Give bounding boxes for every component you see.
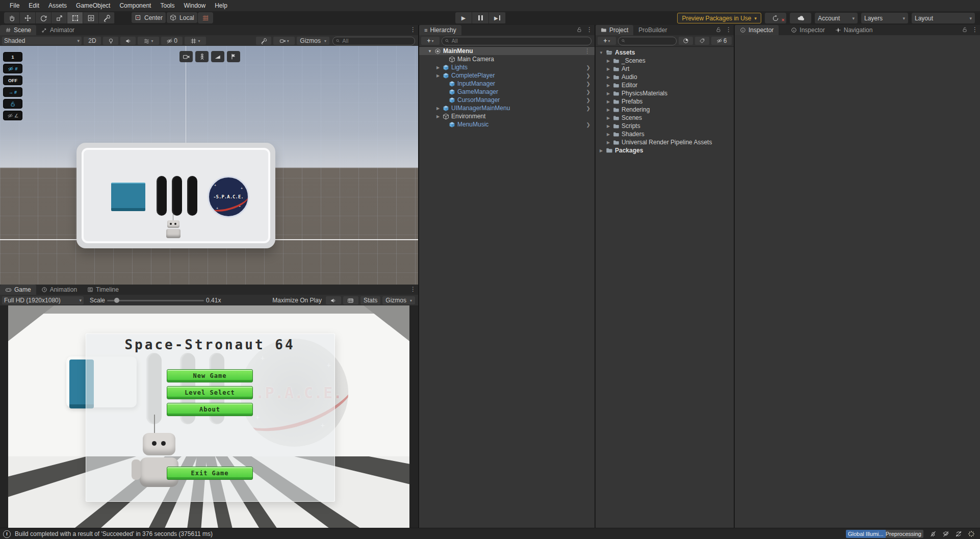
step-button[interactable]: ▶: [489, 12, 506, 23]
inspector-lock-icon[interactable]: [962, 27, 968, 33]
expander-icon[interactable]: ▶: [606, 75, 611, 80]
expander-icon[interactable]: ▶: [606, 124, 611, 129]
project-folder-row[interactable]: ▶ Prefabs: [596, 97, 734, 106]
progrids-visibility-button[interactable]: #: [3, 64, 22, 73]
cloud-icon[interactable]: [790, 13, 811, 23]
project-lock-icon[interactable]: [715, 27, 721, 33]
expander-icon[interactable]: ▶: [606, 140, 611, 145]
rect-tool-button[interactable]: [67, 12, 83, 23]
tab-navigation[interactable]: Navigation: [830, 25, 878, 35]
menu-component[interactable]: Component: [115, 2, 156, 9]
expander-icon[interactable]: ▶: [606, 116, 611, 120]
expander-icon[interactable]: ▶: [606, 59, 611, 63]
menu-file[interactable]: File: [5, 2, 24, 9]
menu-window[interactable]: Window: [179, 2, 210, 9]
pause-button[interactable]: [472, 12, 489, 23]
expander-icon[interactable]: ▶: [606, 67, 611, 71]
hierarchy-row[interactable]: ▶ UIManagerMainMenu ❯: [419, 104, 595, 112]
hand-tool-button[interactable]: [4, 12, 20, 23]
project-folder-row[interactable]: ▶ Shaders: [596, 130, 734, 138]
preview-packages-button[interactable]: Preview Packages in Use▾: [677, 13, 761, 23]
hidden-packages-toggle[interactable]: 6: [711, 37, 732, 45]
expander-icon[interactable]: ▶: [606, 108, 611, 112]
expander-icon[interactable]: ▶: [435, 73, 441, 78]
search-by-label-icon[interactable]: [695, 37, 709, 45]
new-game-button[interactable]: New Game: [167, 369, 253, 382]
project-folder-row[interactable]: ▶ Scripts: [596, 122, 734, 130]
hierarchy-row[interactable]: GameManager ❯: [419, 88, 595, 96]
board-screen-object[interactable]: [111, 183, 145, 211]
board-pill-object[interactable]: [157, 176, 167, 216]
scene-tools-icon[interactable]: [256, 37, 271, 45]
menu-assets[interactable]: Assets: [44, 2, 71, 9]
project-folder-row[interactable]: ▶ Scenes: [596, 114, 734, 122]
expander-icon[interactable]: ▶: [606, 91, 611, 96]
hierarchy-row[interactable]: CursorManager ❯: [419, 96, 595, 104]
scene-effects-dropdown[interactable]: ▾: [138, 37, 159, 45]
scene-audio-toggle[interactable]: [120, 37, 136, 45]
inspector-menu-icon[interactable]: ⋮: [972, 27, 978, 33]
robot-object[interactable]: [164, 217, 183, 240]
scene-viewport[interactable]: + + + + -S.P.A.C.E. 1: [0, 46, 418, 285]
scale-tool-button[interactable]: [51, 12, 67, 23]
hierarchy-search[interactable]: [442, 37, 591, 45]
project-search[interactable]: [618, 37, 677, 45]
activity-spinner-icon[interactable]: [966, 529, 977, 538]
hierarchy-menu-icon[interactable]: ⋮: [586, 27, 592, 33]
project-folder-row[interactable]: ▶ Audio: [596, 73, 734, 81]
prefab-open-chevron[interactable]: ❯: [586, 106, 590, 111]
board-pill-object[interactable]: [172, 176, 182, 216]
hierarchy-row[interactable]: InputManager ❯: [419, 80, 595, 88]
expander-icon[interactable]: ▶: [606, 99, 611, 104]
expander-icon[interactable]: ▼: [599, 50, 604, 55]
project-folder-row[interactable]: ▶ Editor: [596, 81, 734, 89]
overlay-flag-icon[interactable]: [227, 51, 240, 62]
search-by-type-icon[interactable]: [679, 37, 693, 45]
mute-audio-toggle[interactable]: [326, 296, 341, 304]
game-viewport[interactable]: + + + + S.P.A.C.E. Space-Stronaut 64 New…: [0, 305, 418, 528]
hierarchy-row[interactable]: MenuMusic ❯: [419, 120, 595, 129]
tab-project[interactable]: Project: [596, 25, 633, 35]
scene-visibility-toggle[interactable]: 0: [161, 37, 183, 45]
stats-toggle[interactable]: Stats: [360, 296, 380, 304]
menu-help[interactable]: Help: [210, 2, 232, 9]
exit-game-button[interactable]: Exit Game: [167, 467, 253, 480]
tab-probuilder[interactable]: ProBuilder: [633, 25, 672, 35]
space-logo-object[interactable]: + + + + -S.P.A.C.E.: [208, 176, 249, 218]
tab-scene[interactable]: Scene: [0, 25, 36, 35]
prefab-open-chevron[interactable]: ❯: [586, 73, 590, 79]
account-dropdown[interactable]: Account▾: [815, 13, 858, 23]
hierarchy-lock-icon[interactable]: [576, 27, 582, 33]
overlay-character-icon[interactable]: [195, 51, 209, 62]
prefab-open-chevron[interactable]: ❯: [586, 89, 590, 95]
auto-refresh-disabled-icon[interactable]: [953, 529, 964, 538]
project-assets-row[interactable]: ▼ Assets: [596, 48, 734, 57]
progrids-snap-value-button[interactable]: 1: [3, 52, 22, 62]
game-resolution-dropdown[interactable]: Full HD (1920x1080)▾: [2, 296, 84, 304]
game-gizmos-dropdown[interactable]: Gizmos▾: [382, 296, 415, 304]
move-tool-button[interactable]: [20, 12, 36, 23]
project-folder-row[interactable]: ▶ _Scenes: [596, 57, 734, 65]
console-message-icon[interactable]: !: [3, 530, 11, 538]
prefab-open-chevron[interactable]: ❯: [586, 122, 590, 127]
tab-hierarchy[interactable]: ≡ Hierarchy: [419, 25, 461, 35]
scene-row-menu-icon[interactable]: ⋮: [584, 48, 590, 54]
layers-dropdown[interactable]: Layers▾: [861, 13, 908, 23]
grid-snap-icon[interactable]: [198, 12, 213, 23]
overlay-ramp-icon[interactable]: [211, 51, 224, 62]
scene-grid-dropdown[interactable]: ▾: [185, 37, 206, 45]
level-select-button[interactable]: Level Select: [167, 386, 253, 399]
overlay-camera-icon[interactable]: [179, 51, 193, 62]
scene-search[interactable]: [332, 37, 415, 45]
hierarchy-row[interactable]: Main Camera: [419, 55, 595, 63]
shading-mode-dropdown[interactable]: Shaded▾: [2, 37, 82, 45]
expander-icon[interactable]: ▶: [435, 65, 441, 70]
scene-camera-dropdown[interactable]: ▾: [273, 37, 295, 45]
expander-icon[interactable]: ▶: [606, 132, 611, 137]
hierarchy-scene-row[interactable]: ▼ MainMenu ⋮: [419, 47, 595, 55]
hierarchy-row[interactable]: ▶ Lights ❯: [419, 63, 595, 71]
scale-slider-handle[interactable]: [114, 298, 119, 303]
scene-panel-menu-icon[interactable]: ⋮: [410, 27, 416, 33]
hierarchy-row[interactable]: ▶ Environment: [419, 112, 595, 120]
project-search-input[interactable]: [628, 38, 674, 44]
